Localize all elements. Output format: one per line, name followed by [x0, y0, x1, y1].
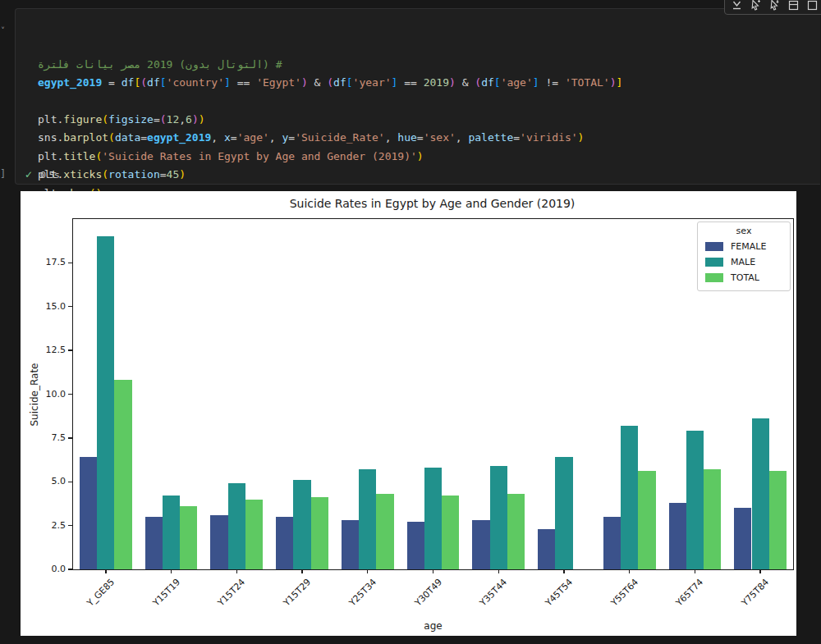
code-token: rotation: [108, 168, 160, 180]
bar-total-y25t34: [376, 494, 393, 569]
code-cell: ⁦فلترة⁩ ⁦بيانات⁩ ⁦مصر⁩ 2019 ⁦(بدون⁩ ⁦الت…: [15, 8, 820, 185]
code-token: &: [456, 76, 475, 89]
bar-female-y55t64: [603, 517, 621, 569]
y-tick-label: 17.5: [25, 257, 66, 267]
code-token: ): [192, 113, 199, 126]
y-tick-label: 5.0: [25, 476, 66, 486]
code-token: ): [610, 76, 617, 89]
code-token: (: [160, 113, 167, 126]
y-tick-label: 12.5: [25, 345, 66, 355]
code-token: ]: [224, 76, 231, 89]
code-token: (: [108, 131, 115, 144]
bar-male-y15t29: [293, 480, 310, 569]
execute-cell-icon[interactable]: [731, 0, 743, 11]
bar-total-y65t74: [704, 469, 721, 569]
code-token: ,: [385, 131, 398, 144]
code-token: 'age': [501, 76, 533, 89]
legend-label: TOTAL: [731, 272, 759, 283]
code-token: =: [140, 131, 147, 144]
bar-female-y15t29: [276, 517, 293, 569]
success-check-icon: ✓: [25, 169, 33, 180]
code-token: 'age': [237, 131, 269, 144]
y-tick-label: 10.0: [25, 389, 66, 400]
bar-female-y45t54: [538, 529, 555, 569]
bar-male-y15t24: [228, 483, 245, 569]
x-tick-mark: [498, 569, 499, 573]
execution-duration: 0.5s: [40, 170, 59, 180]
y-tick-mark: [68, 569, 72, 569]
x-tick-mark: [171, 569, 172, 573]
bar-female-y75t84: [734, 508, 751, 569]
code-token: [: [160, 76, 167, 89]
y-tick-label: 0.0: [25, 564, 66, 574]
x-tick-mark: [563, 569, 564, 573]
bar-total-y75t84: [769, 471, 787, 569]
x-tick-mark: [105, 569, 106, 573]
bar-total-y15t29: [311, 497, 328, 569]
legend-swatch-icon: [705, 273, 723, 282]
code-token: !=: [539, 76, 565, 89]
legend-swatch-icon: [705, 258, 723, 267]
bar-male-y65t74: [686, 431, 704, 569]
notebook-page: { "toolbar": { "icons": [ {"name": "exec…: [0, 0, 821, 644]
x-axis-label: age: [73, 620, 793, 632]
code-token: data: [115, 131, 140, 144]
x-tick-mark: [695, 569, 695, 573]
bar-male-y_ge85: [97, 236, 114, 569]
code-token: 2019: [424, 76, 449, 89]
code-token: barplot: [63, 131, 108, 144]
bar-male-y75t84: [752, 418, 769, 569]
code-token: df: [122, 76, 135, 89]
bar-female-y30t49: [407, 522, 424, 569]
code-token: x: [224, 131, 231, 144]
plot-area: Suicide_Rate age sex FEMALEMALETOTAL 0.0…: [72, 218, 794, 570]
code-token: figure: [63, 113, 102, 126]
bar-female-y_ge85: [80, 457, 97, 569]
bar-total-y15t24: [245, 500, 263, 569]
code-line: plt.figure(figsize=(12,6)): [38, 111, 820, 129]
code-token: 'year': [353, 76, 392, 89]
code-token: hue: [397, 131, 416, 144]
code-line: egypt_2019 = df[(df['country'] == 'Egypt…: [38, 74, 820, 92]
y-tick-mark: [68, 306, 72, 307]
bar-female-y15t19: [145, 517, 163, 569]
code-editor[interactable]: ⁦فلترة⁩ ⁦بيانات⁩ ⁦مصر⁩ 2019 ⁦(بدون⁩ ⁦الت…: [16, 9, 820, 166]
x-tick-mark: [759, 569, 760, 573]
cell-toolbar: [724, 0, 821, 15]
bar-female-y15t24: [210, 515, 227, 569]
split-cell-icon[interactable]: [787, 0, 800, 11]
legend-entry: FEMALE: [705, 239, 782, 254]
code-token: 'Egypt': [256, 76, 301, 89]
cell-output: Suicide Rates in Egypt by Age and Gender…: [21, 191, 796, 636]
bar-total-y35t44: [507, 494, 525, 569]
code-token: 'country': [167, 76, 224, 89]
code-token: =: [231, 131, 237, 144]
run-by-line-icon[interactable]: [750, 0, 762, 11]
code-token: ): [301, 76, 308, 89]
code-token: =: [154, 113, 160, 126]
code-token: title: [63, 150, 95, 162]
bar-total-y15t19: [180, 506, 197, 569]
run-cursor-icon[interactable]: [768, 0, 781, 11]
code-line: [38, 93, 820, 111]
code-token: [: [494, 76, 501, 89]
code-token: ): [179, 168, 186, 180]
cell-status-bar: ✓ 0.5s: [16, 166, 59, 184]
code-token: df: [147, 76, 160, 89]
code-token: ]: [617, 76, 623, 89]
code-token: ,: [269, 131, 282, 144]
code-token: (: [475, 76, 481, 89]
bar-male-y25t34: [359, 469, 376, 569]
bar-male-y15t19: [163, 496, 180, 569]
y-tick-mark: [68, 482, 72, 482]
legend-entry: TOTAL: [705, 270, 782, 285]
more-actions-icon[interactable]: [806, 0, 819, 11]
code-token: [: [346, 76, 353, 89]
cell-collapse-caret[interactable]: ˅: [1, 26, 5, 35]
code-token: egypt_2019: [38, 76, 102, 89]
x-tick-mark: [301, 569, 302, 573]
x-tick-mark: [629, 569, 630, 573]
code-token: =: [513, 131, 520, 144]
bar-total-y55t64: [638, 471, 655, 569]
legend-label: MALE: [731, 257, 755, 267]
